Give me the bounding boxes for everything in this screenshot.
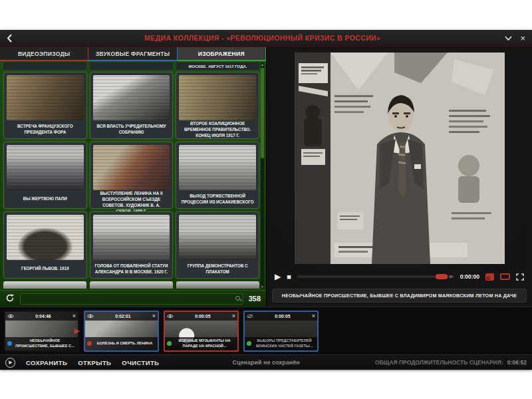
clip-duration: 0:00:05 bbox=[255, 314, 310, 319]
total-duration-value: 0:06:52 bbox=[507, 359, 527, 366]
viewer-caption: НЕОБЫЧАЙНОЕ ПРОИСШЕСТВИЕ, БЫВШЕЕ С ВЛАДИ… bbox=[272, 289, 527, 303]
library-item[interactable]: ГРУППА ДЕМОНСТРАНТОВ С ПЛАКАТОМ bbox=[176, 211, 259, 279]
library-scrollbar[interactable]: ▲ ▼ bbox=[261, 63, 264, 289]
viewer-panel: ▶ ■ 0:00:00 НЕОБЫЧАЙНОЕ ПРОИСШЕСТВИЕ, БЫ… bbox=[266, 47, 532, 307]
clip-close-icon[interactable]: × bbox=[312, 313, 315, 319]
partial-item[interactable] bbox=[176, 281, 259, 289]
partial-row-top: МОСКВЕ. АВГУСТ 1917 ГОДА. bbox=[3, 63, 259, 70]
partial-item[interactable] bbox=[3, 281, 86, 289]
clip-duration: 0:00:05 bbox=[176, 314, 230, 319]
library-item-thumbnail bbox=[93, 75, 170, 120]
library-item-thumbnail bbox=[7, 215, 84, 260]
tab-bar: ВИДЕОЭПИЗОДЫ ЗВУКОВЫЕ ФРАГМЕНТЫ ИЗОБРАЖЕ… bbox=[0, 47, 266, 61]
clip-caption: ВЫБОРЫ ПРЕДСТАВИТЕЛЕЙ ВОИНСКИХ ЧАСТЕЙ ГА… bbox=[253, 338, 315, 348]
library-item-caption: ВСЯ ВЛАСТЬ УЧРЕДИТЕЛЬНОМУ СОБРАНИЮ bbox=[93, 120, 170, 138]
search-icon bbox=[235, 296, 240, 301]
tab-images[interactable]: ИЗОБРАЖЕНИЯ bbox=[178, 47, 266, 61]
eye-icon[interactable] bbox=[87, 314, 94, 319]
seek-handle[interactable] bbox=[436, 274, 448, 279]
viewer-photo bbox=[295, 53, 505, 264]
clear-button[interactable]: ОЧИСТИТЬ bbox=[122, 359, 159, 366]
partial-item[interactable] bbox=[90, 281, 173, 289]
timeline-clip[interactable]: 0:02:01 × БОЛЕЗНЬ И СМЕРТЬ ЛЕНИНА bbox=[84, 311, 159, 352]
library-item[interactable]: ВЫ ЖЕРТВОЮ ПАЛИ bbox=[3, 142, 87, 209]
current-clip-marker: ▶ bbox=[74, 327, 80, 335]
minimize-icon[interactable] bbox=[505, 36, 512, 41]
bottom-toolbar: ▶ СОХРАНИТЬ ОТКРЫТЬ ОЧИСТИТЬ Сценарий не… bbox=[0, 354, 532, 370]
partial-item[interactable] bbox=[90, 63, 173, 70]
widescreen-icon[interactable] bbox=[500, 273, 510, 280]
library-item[interactable]: ГОЛОВА ОТ ПОВАЛЕННОЙ СТАТУИ АЛЕКСАНДРА I… bbox=[90, 211, 174, 279]
fullscreen-icon[interactable] bbox=[516, 273, 524, 281]
library-item-thumbnail bbox=[179, 215, 256, 260]
library-item[interactable]: ВЫХОД ТОРЖЕСТВЕННОЙ ПРОЦЕССИИ ИЗ ИСААКИЕ… bbox=[176, 142, 259, 209]
library-item-thumbnail bbox=[7, 75, 84, 120]
library-item-thumbnail bbox=[7, 145, 84, 190]
library-item-thumbnail bbox=[93, 145, 170, 190]
eye-icon[interactable] bbox=[7, 314, 14, 319]
scenario-status: Сценарий не сохранён bbox=[232, 359, 299, 366]
window-title: МЕДИА КОЛЛЕКЦИЯ - «РЕВОЛЮЦИОННЫЙ КРИЗИС … bbox=[20, 34, 505, 42]
library-item-caption: ВТОРОЕ КОАЛИЦИОННОЕ ВРЕМЕННОЕ ПРАВИТЕЛЬС… bbox=[179, 120, 256, 138]
library-item-caption: ВЫ ЖЕРТВОЮ ПАЛИ bbox=[7, 190, 84, 207]
open-button[interactable]: ОТКРЫТЬ bbox=[78, 359, 111, 366]
detach-window-icon[interactable] bbox=[485, 273, 494, 281]
library-item-caption: ВСТРЕЧА ФРАНЦУЗСКОГО ПРЕЗИДЕНТА ФОРА bbox=[7, 120, 84, 138]
library-grid: МОСКВЕ. АВГУСТ 1917 ГОДА. ВСТРЕЧА ФРАНЦУ… bbox=[0, 61, 266, 290]
library-item[interactable]: ВСТРЕЧА ФРАНЦУЗСКОГО ПРЕЗИДЕНТА ФОРА bbox=[3, 72, 87, 139]
clip-caption: НЕОБЫЧАЙНОЕ ПРОИСШЕСТВИЕ, БЫВШЕЕ С... bbox=[14, 338, 76, 348]
library-panel: ВИДЕОЭПИЗОДЫ ЗВУКОВЫЕ ФРАГМЕНТЫ ИЗОБРАЖЕ… bbox=[0, 47, 266, 307]
library-item-thumbnail bbox=[93, 215, 170, 260]
clip-type-dot bbox=[87, 341, 92, 346]
time-display: 0:00:00 bbox=[460, 273, 479, 280]
save-button[interactable]: СОХРАНИТЬ bbox=[26, 359, 67, 366]
library-item-thumbnail bbox=[179, 75, 256, 120]
clip-close-icon[interactable]: × bbox=[72, 313, 76, 319]
play-button[interactable]: ▶ bbox=[275, 273, 281, 281]
timeline-strip: 0:04:46 × ▶ НЕОБЫЧАЙНОЕ ПРОИСШЕСТВИЕ, БЫ… bbox=[0, 307, 532, 354]
seek-bar[interactable] bbox=[297, 275, 454, 278]
library-search-bar: 358 bbox=[0, 290, 266, 307]
stop-button[interactable]: ■ bbox=[287, 273, 291, 281]
library-item-caption: ГЕОРГИЙ ЛЬВОВ. 1919 bbox=[7, 260, 84, 277]
library-item[interactable]: ВСЯ ВЛАСТЬ УЧРЕДИТЕЛЬНОМУ СОБРАНИЮ bbox=[90, 72, 174, 139]
timeline-clip[interactable]: 0:00:05 × ВОЕННЫЕ МУЗЫКАНТЫ НА ПАРАДЕ НА… bbox=[164, 311, 239, 352]
tab-video-episodes[interactable]: ВИДЕОЭПИЗОДЫ bbox=[0, 47, 88, 61]
partial-row-bottom bbox=[3, 281, 259, 289]
clip-type-dot bbox=[167, 341, 172, 346]
library-item-caption: ГОЛОВА ОТ ПОВАЛЕННОЙ СТАТУИ АЛЕКСАНДРА I… bbox=[93, 260, 170, 277]
partial-item[interactable] bbox=[3, 63, 86, 70]
partial-item[interactable]: МОСКВЕ. АВГУСТ 1917 ГОДА. bbox=[176, 63, 259, 70]
item-count: 358 bbox=[249, 295, 261, 303]
library-item-thumbnail bbox=[179, 145, 256, 190]
refresh-icon[interactable] bbox=[5, 293, 15, 304]
clip-close-icon[interactable]: × bbox=[152, 313, 156, 319]
timeline-clip[interactable]: 0:00:05 × ВЫБОРЫ ПРЕДСТАВИТЕЛЕЙ ВОИНСКИХ… bbox=[243, 311, 319, 352]
back-icon[interactable] bbox=[7, 34, 20, 43]
play-scenario-icon[interactable]: ▶ bbox=[5, 358, 15, 368]
library-item-caption: ВЫХОД ТОРЖЕСТВЕННОЙ ПРОЦЕССИИ ИЗ ИСААКИЕ… bbox=[179, 190, 256, 207]
library-item[interactable]: ВЫСТУПЛЕНИЕ ЛЕНИНА НА II ВСЕРОССИЙСКОМ С… bbox=[90, 142, 174, 209]
library-item[interactable]: ВТОРОЕ КОАЛИЦИОННОЕ ВРЕМЕННОЕ ПРАВИТЕЛЬС… bbox=[176, 72, 259, 139]
close-icon[interactable]: × bbox=[520, 34, 525, 43]
app-window: МЕДИА КОЛЛЕКЦИЯ - «РЕВОЛЮЦИОННЫЙ КРИЗИС … bbox=[0, 30, 532, 370]
scroll-up-icon[interactable]: ▲ bbox=[261, 63, 264, 66]
tab-sound-fragments[interactable]: ЗВУКОВЫЕ ФРАГМЕНТЫ bbox=[88, 47, 177, 61]
title-bar: МЕДИА КОЛЛЕКЦИЯ - «РЕВОЛЮЦИОННЫЙ КРИЗИС … bbox=[0, 30, 532, 47]
clip-type-dot bbox=[7, 341, 12, 346]
library-item[interactable]: ГЕОРГИЙ ЛЬВОВ. 1919 bbox=[3, 211, 87, 279]
eye-icon[interactable] bbox=[167, 314, 174, 319]
timeline-clip[interactable]: 0:04:46 × ▶ НЕОБЫЧАЙНОЕ ПРОИСШЕСТВИЕ, БЫ… bbox=[4, 311, 79, 352]
viewer-photo-area bbox=[272, 49, 527, 268]
search-input[interactable] bbox=[20, 293, 243, 305]
library-item-caption: ГРУППА ДЕМОНСТРАНТОВ С ПЛАКАТОМ bbox=[179, 260, 256, 277]
clip-caption: ВОЕННЫЕ МУЗЫКАНТЫ НА ПАРАДЕ НА КРАСНОЙ..… bbox=[174, 338, 235, 348]
clip-duration: 0:04:46 bbox=[16, 314, 70, 319]
scroll-down-icon[interactable]: ▼ bbox=[261, 285, 264, 289]
scrollbar-thumb[interactable] bbox=[261, 68, 264, 158]
eye-off-icon[interactable] bbox=[247, 314, 253, 319]
clip-duration: 0:02:01 bbox=[96, 314, 150, 319]
player-controls: ▶ ■ 0:00:00 bbox=[272, 268, 527, 285]
clip-caption: БОЛЕЗНЬ И СМЕРТЬ ЛЕНИНА bbox=[94, 341, 156, 346]
clip-close-icon[interactable]: × bbox=[232, 313, 235, 319]
